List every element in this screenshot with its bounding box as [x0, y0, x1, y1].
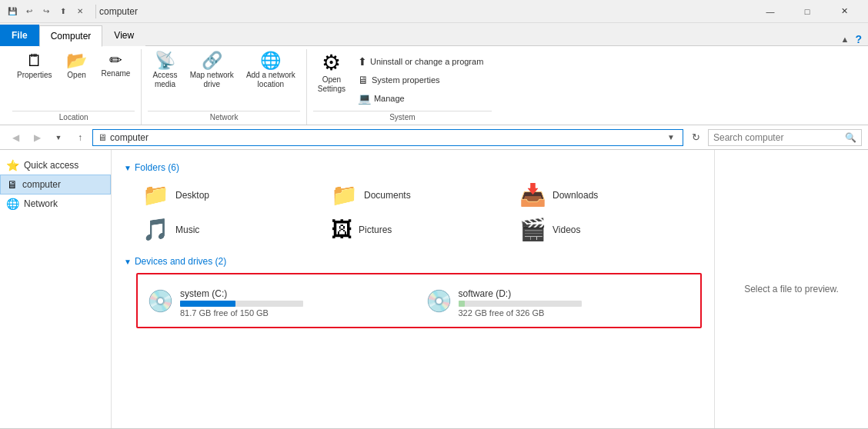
- quick-access-toolbar: 💾 ↩ ↪ ⬆ ✕: [6, 5, 86, 18]
- main-layout: ⭐ Quick access 🖥 computer 🌐 Network ▼ Fo…: [0, 150, 868, 428]
- undo-icon[interactable]: ↩: [23, 5, 35, 18]
- ribbon-collapse[interactable]: ▲: [841, 35, 850, 44]
- path-computer-icon: 🖥: [98, 132, 107, 143]
- manage-button[interactable]: 💻 Manage: [353, 89, 492, 108]
- close-button[interactable]: ✕: [826, 0, 862, 23]
- downloads-folder-icon: 📥: [519, 182, 546, 208]
- sidebar-item-computer[interactable]: 🖥 computer: [0, 175, 111, 195]
- map-network-icon: 🔗: [202, 52, 222, 69]
- desktop-folder-name: Desktop: [175, 190, 209, 201]
- up-button[interactable]: ↑: [71, 128, 89, 147]
- pictures-folder-name: Pictures: [359, 224, 392, 235]
- tab-view[interactable]: View: [102, 25, 145, 46]
- folder-desktop[interactable]: 📁 Desktop: [136, 178, 325, 212]
- music-folder-icon: 🎵: [142, 217, 169, 242]
- sidebar-network-label: Network: [24, 198, 58, 209]
- uninstall-button[interactable]: ⬆ Uninstall or change a program: [353, 52, 492, 71]
- ribbon-tabs: File Computer View ▲ ?: [0, 23, 868, 46]
- location-buttons: 🗒 Properties 📂 Open ✏ Rename: [12, 49, 135, 111]
- music-folder-name: Music: [175, 224, 199, 235]
- redo-icon[interactable]: ↪: [40, 5, 52, 18]
- device-d-progress-bg: [459, 301, 582, 307]
- folder-documents[interactable]: 📁 Documents: [325, 178, 513, 212]
- system-buttons: ⚙ Open Settings ⬆ Uninstall or change a …: [313, 49, 492, 111]
- map-network-button[interactable]: 🔗 Map network drive: [185, 49, 239, 92]
- ribbon-group-system: ⚙ Open Settings ⬆ Uninstall or change a …: [307, 49, 498, 125]
- sidebar-item-quick-access[interactable]: ⭐ Quick access: [0, 156, 111, 175]
- map-network-label: Map network drive: [190, 71, 234, 89]
- folders-section-header[interactable]: ▼ Folders (6): [124, 162, 702, 173]
- device-d-size: 322 GB free of 326 GB: [459, 308, 692, 318]
- uninstall-icon: ⬆: [358, 55, 367, 68]
- devices-grid: 💿 system (C:) 81.7 GB free of 150 GB 💿 s…: [144, 285, 694, 321]
- help-button[interactable]: ?: [855, 33, 862, 45]
- device-d-icon: 💿: [426, 288, 452, 314]
- path-text: computer: [110, 132, 661, 143]
- settings-icon: ⚙: [322, 52, 341, 74]
- recent-button[interactable]: ▼: [49, 128, 68, 147]
- desktop-folder-icon: 📁: [142, 182, 169, 208]
- device-d[interactable]: 💿 software (D:) 322 GB free of 326 GB: [422, 285, 695, 321]
- maximize-button[interactable]: □: [790, 0, 825, 23]
- device-c[interactable]: 💿 system (C:) 81.7 GB free of 150 GB: [144, 285, 416, 321]
- open-settings-button[interactable]: ⚙ Open Settings: [313, 49, 350, 97]
- content-area: ▼ Folders (6) 📁 Desktop 📁 Documents 📥 Do…: [112, 150, 714, 428]
- save-icon[interactable]: 💾: [6, 5, 18, 18]
- device-c-progress-fill: [180, 301, 235, 307]
- search-input[interactable]: [713, 132, 845, 143]
- location-group-label: Location: [12, 111, 135, 125]
- window-title: computer: [99, 6, 753, 17]
- tab-computer[interactable]: Computer: [39, 25, 103, 47]
- downloads-folder-name: Downloads: [553, 190, 598, 201]
- properties-label: Properties: [17, 71, 52, 80]
- address-bar: ◀ ▶ ▼ ↑ 🖥 computer ▼ ↻ 🔍: [0, 125, 868, 150]
- close-icon[interactable]: ✕: [74, 5, 86, 18]
- access-media-label: Accessmedia: [152, 71, 177, 89]
- sidebar-computer-label: computer: [22, 179, 61, 190]
- folder-downloads[interactable]: 📥 Downloads: [513, 178, 702, 212]
- window-controls: — □ ✕: [753, 0, 862, 23]
- open-button[interactable]: 📂 Open: [60, 49, 94, 83]
- rename-label: Rename: [102, 69, 131, 78]
- path-dropdown[interactable]: ▼: [664, 133, 678, 141]
- access-media-button[interactable]: 📡 Accessmedia: [148, 49, 182, 92]
- title-bar: 💾 ↩ ↪ ⬆ ✕ computer — □ ✕: [0, 0, 868, 23]
- device-d-info: software (D:) 322 GB free of 326 GB: [459, 288, 692, 318]
- forward-button[interactable]: ▶: [28, 128, 46, 147]
- folders-chevron-icon: ▼: [124, 164, 132, 172]
- rename-button[interactable]: ✏ Rename: [97, 49, 135, 81]
- add-network-button[interactable]: 🌐 Add a network location: [242, 49, 300, 92]
- folder-videos[interactable]: 🎬 Videos: [513, 212, 702, 247]
- back-button[interactable]: ◀: [6, 128, 25, 147]
- network-group-label: Network: [148, 111, 299, 125]
- preview-text: Select a file to preview.: [744, 284, 839, 294]
- device-c-info: system (C:) 81.7 GB free of 150 GB: [180, 288, 413, 318]
- devices-section-header[interactable]: ▼ Devices and drives (2): [124, 256, 702, 267]
- computer-icon: 🖥: [7, 178, 18, 191]
- videos-folder-icon: 🎬: [519, 217, 546, 242]
- sidebar-item-network[interactable]: 🌐 Network: [0, 195, 111, 213]
- search-box[interactable]: 🔍: [708, 129, 862, 146]
- folder-music[interactable]: 🎵 Music: [136, 212, 325, 247]
- properties-button[interactable]: 🗒 Properties: [12, 49, 57, 83]
- quick-access-icon: ⭐: [6, 159, 19, 171]
- documents-folder-name: Documents: [364, 190, 411, 201]
- address-path[interactable]: 🖥 computer ▼: [92, 129, 683, 146]
- refresh-button[interactable]: ↻: [686, 128, 705, 147]
- minimize-button[interactable]: —: [753, 0, 788, 23]
- preview-panel: Select a file to preview.: [714, 150, 868, 428]
- tab-spacer: [145, 45, 834, 46]
- ribbon-group-network: 📡 Accessmedia 🔗 Map network drive 🌐 Add …: [142, 49, 306, 125]
- system-props-button[interactable]: 🖥 System properties: [353, 71, 492, 89]
- add-network-label: Add a network location: [246, 71, 295, 89]
- tab-file[interactable]: File: [0, 25, 39, 46]
- pictures-folder-icon: 🖼: [331, 217, 352, 242]
- sidebar: ⭐ Quick access 🖥 computer 🌐 Network: [0, 150, 112, 428]
- network-buttons: 📡 Accessmedia 🔗 Map network drive 🌐 Add …: [148, 49, 299, 111]
- rename-icon: ✏: [109, 52, 122, 68]
- folder-pictures[interactable]: 🖼 Pictures: [325, 212, 513, 247]
- up-icon[interactable]: ⬆: [57, 5, 69, 18]
- open-icon: 📂: [66, 52, 87, 69]
- ribbon: 🗒 Properties 📂 Open ✏ Rename Location 📡 …: [0, 46, 868, 125]
- divider: [95, 5, 96, 18]
